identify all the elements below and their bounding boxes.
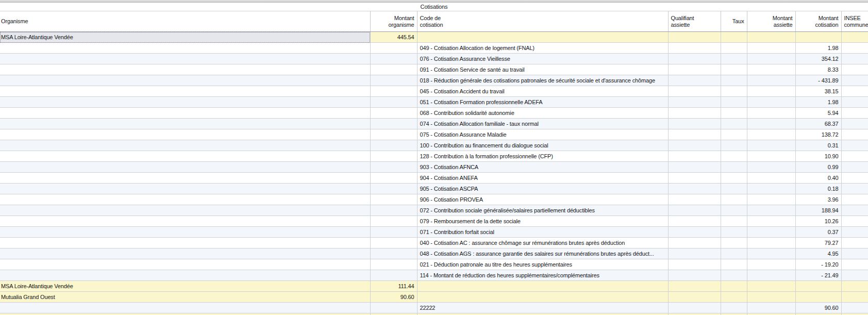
cell-organisme[interactable]	[0, 173, 370, 184]
cell-qualifiant-assiette[interactable]	[668, 43, 721, 54]
cell-montant-organisme[interactable]	[370, 313, 417, 315]
cell-montant-assiette[interactable]	[747, 303, 795, 313]
cell-montant-cotisation[interactable]: 5.94	[795, 108, 841, 119]
cell-insee-commune[interactable]	[841, 227, 868, 238]
cell-insee-commune[interactable]	[841, 194, 868, 205]
cell-insee-commune[interactable]	[841, 248, 868, 259]
cell-organisme[interactable]	[0, 43, 370, 54]
cell-montant-cotisation[interactable]	[795, 313, 841, 315]
cell-montant-cotisation[interactable]: 90.60	[795, 303, 841, 313]
cell-insee-commune[interactable]	[841, 238, 868, 248]
cell-montant-organisme[interactable]	[370, 259, 417, 270]
cell-organisme[interactable]	[0, 129, 370, 140]
cell-organisme[interactable]	[0, 303, 370, 313]
cell-montant-organisme[interactable]	[370, 75, 417, 86]
cell-montant-cotisation[interactable]: 138.72	[795, 129, 841, 140]
cell-organisme[interactable]	[0, 64, 370, 75]
cell-montant-cotisation[interactable]: - 19.20	[795, 259, 841, 270]
cell-code[interactable]: 074 - Cotisation Allocation familiale - …	[417, 119, 668, 129]
col-header-taux[interactable]: Taux	[721, 11, 747, 32]
cell-organisme[interactable]	[0, 238, 370, 248]
cell-taux[interactable]	[721, 108, 747, 119]
cell-insee-commune[interactable]	[841, 292, 868, 303]
cell-montant-cotisation[interactable]	[795, 292, 841, 303]
cell-code[interactable]: 079 - Remboursement de la dette sociale	[417, 216, 668, 227]
cell-montant-organisme[interactable]	[370, 108, 417, 119]
cell-montant-assiette[interactable]	[747, 216, 795, 227]
cell-insee-commune[interactable]	[841, 313, 868, 315]
cell-code[interactable]: 903 - Cotisation AFNCA	[417, 162, 668, 173]
cell-montant-assiette[interactable]	[747, 313, 795, 315]
cell-taux[interactable]	[721, 216, 747, 227]
cell-montant-organisme[interactable]	[370, 216, 417, 227]
cell-taux[interactable]	[721, 194, 747, 205]
cell-montant-assiette[interactable]	[747, 151, 795, 162]
cell-montant-assiette[interactable]	[747, 129, 795, 140]
cell-taux[interactable]	[721, 173, 747, 184]
cell-code[interactable]: 128 - Contribution à la formation profes…	[417, 151, 668, 162]
cell-montant-assiette[interactable]	[747, 43, 795, 54]
cell-organisme[interactable]	[0, 97, 370, 108]
cell-insee-commune[interactable]	[841, 108, 868, 119]
cell-taux[interactable]	[721, 162, 747, 173]
cell-organisme[interactable]: MSA Loire-Atlantique Vendée	[0, 32, 370, 43]
cell-montant-organisme[interactable]	[370, 238, 417, 248]
cell-organisme[interactable]	[0, 184, 370, 194]
cell-montant-cotisation[interactable]: 3.96	[795, 194, 841, 205]
cell-montant-assiette[interactable]	[747, 248, 795, 259]
cell-insee-commune[interactable]	[841, 54, 868, 64]
cell-insee-commune[interactable]	[841, 259, 868, 270]
cell-montant-cotisation[interactable]: 10.90	[795, 151, 841, 162]
cell-code[interactable]	[417, 32, 668, 43]
cell-taux[interactable]	[721, 248, 747, 259]
cell-insee-commune[interactable]	[841, 43, 868, 54]
cell-insee-commune[interactable]	[841, 205, 868, 216]
cell-montant-organisme[interactable]	[370, 140, 417, 151]
cell-taux[interactable]	[721, 303, 747, 313]
cell-insee-commune[interactable]	[841, 184, 868, 194]
cell-qualifiant-assiette[interactable]	[668, 173, 721, 184]
cell-taux[interactable]	[721, 32, 747, 43]
cell-montant-assiette[interactable]	[747, 270, 795, 281]
cell-code[interactable]: 22222	[417, 303, 668, 313]
cell-insee-commune[interactable]	[841, 75, 868, 86]
cell-organisme[interactable]	[0, 194, 370, 205]
cell-montant-organisme[interactable]	[370, 119, 417, 129]
cell-insee-commune[interactable]	[841, 140, 868, 151]
cell-montant-cotisation[interactable]: 38.15	[795, 86, 841, 97]
cell-taux[interactable]	[721, 270, 747, 281]
cell-insee-commune[interactable]	[841, 151, 868, 162]
col-header-montant-organisme[interactable]: Montant organisme	[370, 11, 417, 32]
cell-montant-cotisation[interactable]: 1.98	[795, 97, 841, 108]
cell-montant-cotisation[interactable]: 188.94	[795, 205, 841, 216]
cell-montant-cotisation[interactable]: 0.37	[795, 227, 841, 238]
cell-organisme[interactable]	[0, 54, 370, 64]
cell-code[interactable]: 051 - Cotisation Formation professionnel…	[417, 97, 668, 108]
cell-organisme[interactable]	[0, 140, 370, 151]
cell-qualifiant-assiette[interactable]	[668, 32, 721, 43]
cell-insee-commune[interactable]	[841, 303, 868, 313]
cell-qualifiant-assiette[interactable]	[668, 54, 721, 64]
cell-montant-cotisation[interactable]: 79.27	[795, 238, 841, 248]
cell-qualifiant-assiette[interactable]	[668, 140, 721, 151]
cell-taux[interactable]	[721, 119, 747, 129]
cell-code[interactable]: 071 - Contribution forfait social	[417, 227, 668, 238]
cell-montant-organisme[interactable]: 111.44	[370, 281, 417, 292]
cell-taux[interactable]	[721, 43, 747, 54]
cell-organisme[interactable]	[0, 75, 370, 86]
cell-taux[interactable]	[721, 184, 747, 194]
cell-organisme[interactable]	[0, 216, 370, 227]
cell-qualifiant-assiette[interactable]	[668, 64, 721, 75]
cell-qualifiant-assiette[interactable]	[668, 216, 721, 227]
cell-organisme[interactable]	[0, 151, 370, 162]
cell-montant-assiette[interactable]	[747, 292, 795, 303]
cell-qualifiant-assiette[interactable]	[668, 75, 721, 86]
cell-taux[interactable]	[721, 238, 747, 248]
cell-code[interactable]: 905 - Cotisation ASCPA	[417, 184, 668, 194]
cell-taux[interactable]	[721, 75, 747, 86]
cell-code[interactable]: 075 - Cotisation Assurance Maladie	[417, 129, 668, 140]
cell-qualifiant-assiette[interactable]	[668, 227, 721, 238]
cell-montant-organisme[interactable]	[370, 64, 417, 75]
cell-taux[interactable]	[721, 227, 747, 238]
cell-qualifiant-assiette[interactable]	[668, 194, 721, 205]
